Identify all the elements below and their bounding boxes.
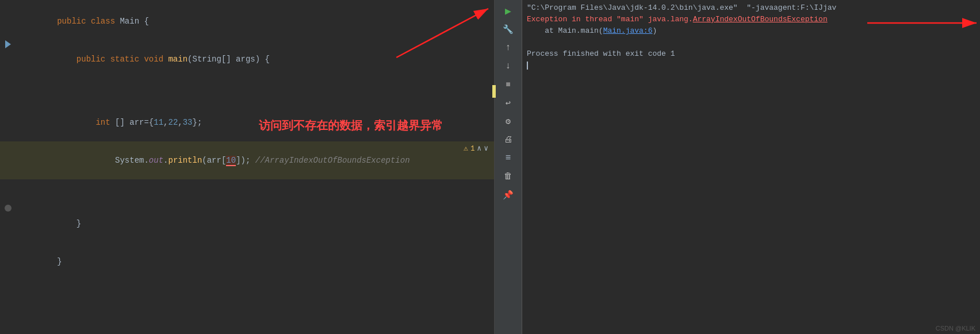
code-line-4 [0, 91, 494, 103]
brace-close-inner: } [76, 219, 81, 228]
toolbar-panel: ▶ 🔧 ↑ ↓ ■ ↩ ⚙ 🖨 ≡ 🗑 📌 [495, 0, 522, 334]
stop-button[interactable]: ■ [500, 76, 516, 93]
scroll-down-button[interactable]: ↓ [500, 58, 516, 74]
brace-close-outer: } [57, 257, 62, 266]
output-line-4 [527, 37, 975, 48]
comment: //ArrayIndexOutOfBoundsException [255, 156, 410, 165]
keyword-int: int [95, 118, 115, 127]
line-code-9: } [16, 205, 494, 243]
output-line-2: Exception in thread "main" java.lang.Arr… [527, 14, 975, 25]
chevron-up: ∧ [477, 143, 481, 155]
code-line-1: public class Main { [0, 2, 494, 40]
annotation-label: 访问到不存在的数据，索引越界异常 [259, 118, 443, 133]
line-code-8 [16, 192, 494, 205]
code-line-6: System.out.println(arr[10]); //ArrayInde… [0, 141, 494, 179]
num-22: 22 [168, 118, 178, 127]
wrap-button[interactable]: ↩ [500, 95, 516, 111]
yellow-line-marker [492, 85, 496, 98]
line-code-7 [16, 179, 494, 192]
output-line-5: Process finished with exit code 1 [527, 48, 975, 60]
index-10: 10 [226, 156, 236, 166]
code-line-7 [0, 179, 494, 192]
output-cursor-line [527, 60, 975, 71]
keyword-static: static [110, 55, 144, 64]
editor-panel: public class Main { public static void m… [0, 0, 495, 334]
line-code-1: public class Main { [16, 2, 494, 40]
warning-count: 1 [470, 143, 474, 155]
execution-arrow [5, 40, 11, 48]
line-code-4 [16, 91, 494, 103]
filter-button[interactable]: ≡ [500, 150, 516, 166]
stack-trace-link[interactable]: Main.java:6 [603, 26, 653, 35]
exception-class: ArrayIndexOutOfBoundsException [693, 15, 828, 24]
indent1 [57, 118, 95, 127]
watermark: CSDN @KLIK [936, 325, 975, 332]
output-line-3: at Main.main(Main.java:6) [527, 25, 975, 37]
code-area: public class Main { public static void m… [0, 0, 494, 334]
print-button[interactable]: 🖨 [500, 132, 516, 148]
println-method: println [168, 156, 202, 165]
class-name: Main { [120, 17, 148, 26]
arr-decl: [] arr={ [115, 118, 154, 127]
line-code-10: } [16, 243, 494, 281]
num-33: 33 [183, 118, 193, 127]
args-decl: (String[] args) { [187, 55, 270, 64]
code-line-3 [0, 78, 494, 91]
method-main: main [168, 55, 187, 64]
warning-badge: ⚠ 1 ∧ ∨ [464, 143, 488, 155]
output-panel: "C:\Program Files\Java\jdk-14.0.2\bin\ja… [522, 0, 980, 334]
comma2: , [178, 118, 182, 127]
indent2 [57, 156, 115, 165]
keyword-class: class [91, 17, 120, 26]
num-11: 11 [154, 118, 163, 127]
code-line-9: } [0, 205, 494, 243]
indent3 [57, 219, 76, 228]
settings-button[interactable]: ⚙ [500, 113, 516, 129]
scroll-up-button[interactable]: ↑ [500, 40, 516, 56]
output-line-1: "C:\Program Files\Java\jdk-14.0.2\bin\ja… [527, 2, 975, 14]
system-ref: System. [115, 156, 149, 165]
chevron-down: ∨ [484, 143, 488, 155]
out-ref: out [149, 156, 163, 165]
code-line-10: } [0, 243, 494, 281]
line-code-3 [16, 78, 494, 91]
println-open: (arr[ [202, 156, 226, 165]
gutter-2 [0, 40, 16, 48]
output-cursor [527, 62, 528, 70]
line-code-2: public static void main(String[] args) { [16, 40, 494, 78]
pin-button[interactable]: 📌 [500, 187, 516, 203]
arr-close: }; [193, 118, 202, 127]
indent-spaces [57, 55, 76, 64]
line-code-6: System.out.println(arr[10]); //ArrayInde… [16, 141, 494, 179]
println-close: ]); [236, 156, 255, 165]
code-line-8 [0, 192, 494, 205]
keyword-public2: public [76, 55, 110, 64]
warning-icon: ⚠ [464, 143, 468, 155]
run-button[interactable]: ▶ [500, 3, 516, 19]
wrench-button[interactable]: 🔧 [500, 21, 516, 37]
editor-blank-area [0, 281, 494, 334]
collapse-marker [5, 205, 12, 212]
code-line-2: public static void main(String[] args) { [0, 40, 494, 78]
keyword-public: public [57, 17, 91, 26]
keyword-void: void [144, 55, 168, 64]
gutter-9 [0, 205, 16, 212]
clear-button[interactable]: 🗑 [500, 168, 516, 185]
